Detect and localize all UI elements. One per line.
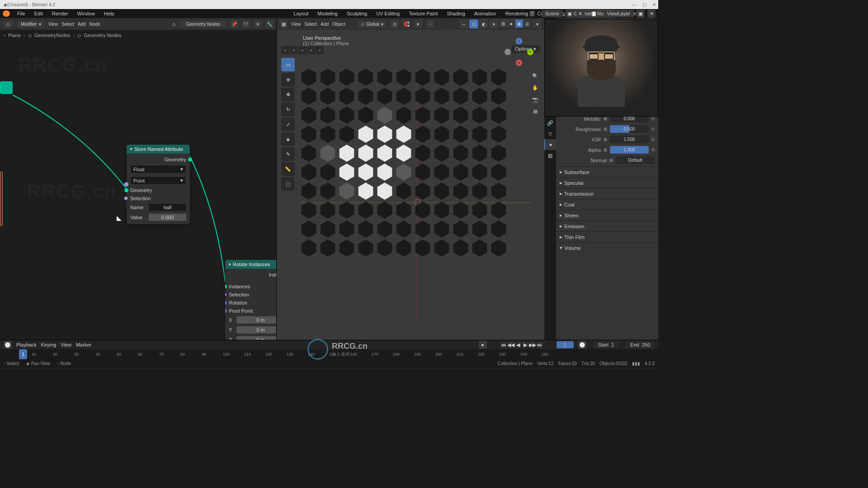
tree-wrench-icon[interactable]: 🔧 <box>265 20 274 28</box>
frame-end-field[interactable]: End250 <box>626 341 655 348</box>
vl-delete-button[interactable]: ✕ <box>647 9 656 18</box>
navigation-gizmo[interactable]: Z Y X <box>505 38 533 67</box>
tool-select-box[interactable]: ▭ <box>281 58 295 71</box>
preview-range-icon[interactable]: 🕐 <box>578 341 586 349</box>
shading-solid[interactable]: ● <box>507 19 515 28</box>
tool-measure[interactable]: 📏 <box>281 162 295 176</box>
node-rotate-instances[interactable]: ▾Rotate Instances Instanc Instances Sele… <box>225 260 276 340</box>
tool-annotate[interactable]: ✎ <box>281 147 295 161</box>
menu-window[interactable]: Window <box>74 10 99 17</box>
workspace-uv[interactable]: UV Editing <box>373 10 403 17</box>
snap-to-dropdown[interactable]: ▾ <box>414 20 422 28</box>
transmission-panel-header[interactable]: ▸ Transmission <box>556 188 658 199</box>
modifier-dropdown[interactable]: Modifier ▾ <box>17 21 45 28</box>
datatype-dropdown[interactable]: Float▾ <box>130 165 186 174</box>
menu-render[interactable]: Render <box>48 10 72 17</box>
normal-socket-icon[interactable] <box>609 159 613 162</box>
jump-start-button[interactable]: ⏮ <box>500 342 507 348</box>
minimize-button[interactable]: — <box>632 2 637 7</box>
workspace-modeling[interactable]: Modeling <box>314 10 341 17</box>
timeline-view[interactable]: View <box>61 342 71 347</box>
subsurface-panel-header[interactable]: ▸ Subsurface <box>556 167 658 177</box>
node-editor[interactable]: ◇ Modifier ▾ View Select Add Node ◇ Geom… <box>0 18 277 340</box>
tab-constraints[interactable]: 🔗 <box>544 117 556 128</box>
coat-panel-header[interactable]: ▸ Coat <box>556 199 658 210</box>
sheen-panel-header[interactable]: ▸ Sheen <box>556 210 658 221</box>
normal-value[interactable]: Default <box>616 156 655 164</box>
shading-options-dropdown[interactable]: ▾ <box>533 19 542 28</box>
pivot-x-input[interactable]: 0 m <box>236 316 276 324</box>
shading-wireframe[interactable]: ⊞ <box>499 19 507 28</box>
socket-geo-out[interactable] <box>188 158 192 162</box>
timeline-marker[interactable]: Marker <box>76 342 91 347</box>
bc-object[interactable]: Plane <box>8 33 21 38</box>
node-fragment-top[interactable] <box>0 81 13 94</box>
socket-selection-in[interactable] <box>124 196 128 201</box>
node-store-named-attribute[interactable]: ▾Store Named Attribute Geometry Float▾ P… <box>127 145 190 224</box>
tab-texture[interactable]: ▨ <box>544 150 556 161</box>
play-button[interactable]: ▶ <box>522 342 528 348</box>
workspace-shading[interactable]: Shading <box>443 10 468 17</box>
node-menu-node[interactable]: Node <box>90 22 100 27</box>
socket-geo-in[interactable] <box>124 188 128 192</box>
orientation-dropdown[interactable]: ⊹ Global ▾ <box>357 21 387 28</box>
bc-modifier[interactable]: GeometryNodes <box>34 33 71 38</box>
menu-edit[interactable]: Edit <box>31 10 47 17</box>
alpha-value[interactable]: 1.000 <box>610 146 649 154</box>
tool-transform[interactable]: ◈ <box>281 132 295 146</box>
scene-new-button[interactable]: ▣ <box>566 9 574 18</box>
roughness-keyframe-icon[interactable] <box>651 127 656 131</box>
socket-instances-in[interactable] <box>225 285 227 289</box>
autokey-button[interactable]: ● <box>479 341 487 349</box>
current-frame-field[interactable]: 1 <box>557 341 574 348</box>
specular-panel-header[interactable]: ▸ Specular <box>556 178 658 188</box>
pivot-point-icon[interactable]: ⊙ <box>391 20 399 28</box>
proportional-icon[interactable]: ○ <box>426 20 434 28</box>
workspace-sculpting[interactable]: Sculpting <box>343 10 371 17</box>
socket-sel-in[interactable] <box>225 292 226 297</box>
gizmo-y-axis[interactable]: Y <box>527 49 533 55</box>
node-canvas[interactable]: ▾Store Named Attribute Geometry Float▾ P… <box>0 41 276 340</box>
gizmo-neg-axis[interactable] <box>505 49 511 55</box>
emission-panel-header[interactable]: ▸ Emission <box>556 221 658 231</box>
persp-toggle-icon[interactable]: ▦ <box>531 107 540 116</box>
editor-type-icon[interactable]: ▦ <box>279 20 288 28</box>
roughness-value[interactable]: 0.500 <box>610 125 649 133</box>
viewlayer-name[interactable]: ViewLayer <box>604 10 634 17</box>
node-menu-view[interactable]: View <box>48 22 58 27</box>
viewport-body[interactable]: ▫ ▫ ▫ ▫ ▫ Options ▾ User Perspective (1)… <box>277 30 544 340</box>
shading-rendered[interactable]: ◎ <box>524 19 532 28</box>
alpha-socket-icon[interactable] <box>604 148 607 152</box>
sel-mode-3[interactable]: ▫ <box>298 46 307 54</box>
pin-icon[interactable]: 📌 <box>230 20 238 28</box>
ior-keyframe-icon[interactable] <box>651 137 656 142</box>
pivot-y-input[interactable]: 0 m <box>236 326 276 333</box>
node-fragment-left[interactable] <box>0 172 3 226</box>
name-input[interactable]: half <box>149 204 186 211</box>
frame-start-field[interactable]: Start1 <box>594 341 618 348</box>
scene-delete-button[interactable]: ✕ <box>576 9 585 18</box>
gizmo-x-axis[interactable]: X <box>516 60 522 66</box>
camera-icon[interactable]: 📷 <box>531 95 540 104</box>
value-input[interactable]: 0.000 <box>149 214 186 221</box>
sel-mode-1[interactable]: ▫ <box>281 46 289 54</box>
socket-pivot-in[interactable] <box>225 309 227 313</box>
shading-dropdown-icon[interactable]: ▾ <box>489 19 498 28</box>
metallic-socket-icon[interactable] <box>604 117 607 121</box>
ior-value[interactable]: 1.500 <box>610 136 649 143</box>
ior-socket-icon[interactable] <box>604 138 607 141</box>
metallic-keyframe-icon[interactable] <box>651 117 656 121</box>
next-keyframe-button[interactable]: ▶▶ <box>529 342 536 348</box>
workspace-layout[interactable]: Layout <box>290 10 312 17</box>
menu-file[interactable]: File <box>14 10 29 17</box>
overlays-toggle-icon[interactable]: ⊡ <box>469 19 478 28</box>
workspace-texture[interactable]: Texture Paint <box>405 10 441 17</box>
vp-menu-add[interactable]: Add <box>321 22 329 27</box>
tool-rotate[interactable]: ↻ <box>281 103 295 116</box>
jump-end-button[interactable]: ⏭ <box>537 342 543 348</box>
tree-unlink-button[interactable]: ✕ <box>254 20 262 28</box>
node-menu-add[interactable]: Add <box>78 22 86 27</box>
close-button[interactable]: ✕ <box>652 2 656 7</box>
xray-icon[interactable]: ◐ <box>479 19 488 28</box>
timeline-editor-icon[interactable]: 🕐 <box>4 341 12 349</box>
